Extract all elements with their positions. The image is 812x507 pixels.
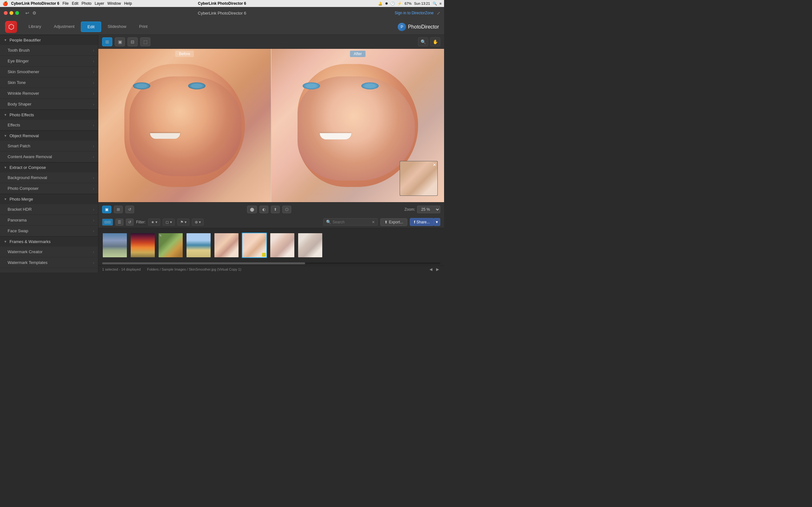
sidebar-item-effects[interactable]: Effects › — [0, 120, 98, 130]
section-frames-watermarks[interactable]: ▼ Frames & Watermarks — [0, 236, 98, 246]
filter-extra-button[interactable]: ⊕ ▾ — [192, 219, 204, 226]
sidebar-item-watermark-creator[interactable]: Watermark Creator › — [0, 246, 98, 257]
export-button[interactable]: ⬆ Export... — [380, 218, 407, 226]
main-layout: ▼ People Beautifier Tooth Brush › Eye Bl… — [0, 35, 444, 273]
filter-color-button[interactable]: ◻ ▾ — [163, 219, 174, 226]
film-thumb-4[interactable] — [186, 233, 211, 258]
film-thumb-8[interactable] — [298, 233, 323, 258]
chevron-right-icon: › — [93, 155, 94, 159]
section-object-removal[interactable]: ▼ Object Removal — [0, 130, 98, 141]
sidebar-item-wrinkle-remover[interactable]: Wrinkle Remover › — [0, 88, 98, 99]
menu-photo[interactable]: Photo — [82, 1, 91, 6]
filmstrip-list-view[interactable]: ☰ — [115, 219, 123, 226]
film-thumb-2[interactable] — [130, 233, 155, 258]
nav-prev-button[interactable]: ◀ — [428, 267, 434, 272]
film-thumb-9[interactable] — [325, 233, 351, 258]
maximize-window-button[interactable] — [15, 11, 19, 15]
battery-icon: 67% — [404, 2, 411, 5]
sidebar-item-photo-composer[interactable]: Photo Composer › — [0, 183, 98, 194]
tab-library[interactable]: Library — [22, 21, 48, 32]
sidebar-item-watermark-templates[interactable]: Watermark Templates › — [0, 257, 98, 268]
sidebar-item-panorama[interactable]: Panorama › — [0, 215, 98, 226]
chevron-right-icon: › — [93, 123, 94, 127]
menu-edit[interactable]: Edit — [72, 1, 78, 6]
spotlight-icon[interactable]: 🔍 — [433, 2, 437, 6]
filmstrip-scrollbar-thumb[interactable] — [102, 262, 305, 264]
close-window-button[interactable] — [4, 11, 8, 15]
facebook-icon: f — [414, 220, 415, 224]
share-dropdown-button[interactable]: ▾ — [434, 218, 440, 226]
selection-status: 1 selected - 14 displayed — [102, 268, 141, 271]
view-grid-button[interactable]: ⊟ — [128, 38, 138, 46]
search-clear-button[interactable]: ✕ — [372, 220, 375, 224]
notification-icon[interactable]: 🔔 — [378, 2, 383, 6]
menu-help[interactable]: Help — [124, 1, 132, 6]
sign-in-link[interactable]: Sign in to DirectorZone — [395, 11, 434, 15]
search-zoom-button[interactable]: 🔍 — [418, 38, 428, 46]
chevron-right-icon: › — [93, 250, 94, 254]
minimize-window-button[interactable] — [9, 11, 13, 15]
tab-edit[interactable]: Edit — [81, 21, 101, 32]
view-toolbar: ⊞ ▣ ⊟ ⬚ 🔍 ✋ — [98, 35, 444, 49]
tab-slideshow[interactable]: Slideshow — [101, 21, 133, 32]
section-extract-compose[interactable]: ▼ Extract or Compose — [0, 162, 98, 172]
rotate-button[interactable]: ↺ — [125, 206, 134, 213]
sidebar-item-background-removal[interactable]: Background Removal › — [0, 172, 98, 183]
expand-icon[interactable]: ⤢ — [437, 11, 440, 15]
view-compare-button[interactable]: ⬚ — [140, 38, 150, 46]
view-detail-button[interactable]: ⊞ — [102, 38, 112, 46]
film-thumb-7[interactable] — [270, 233, 295, 258]
sidebar-item-bracket-hdr[interactable]: Bracket HDR › — [0, 204, 98, 215]
sidebar-item-smart-patch[interactable]: Smart Patch › — [0, 141, 98, 152]
filmstrip-grid-view[interactable]: ⊟⊟ — [102, 219, 113, 226]
single-view-button[interactable]: ▣ — [102, 206, 111, 213]
levels-button[interactable]: ⬆ — [271, 206, 280, 213]
flip-button[interactable]: ⬡ — [282, 206, 291, 213]
filter-flag-button[interactable]: ⚑ ▾ — [177, 219, 189, 226]
settings-button[interactable]: ⚙ — [32, 10, 37, 15]
exposure-button[interactable]: ⬤ — [247, 206, 257, 213]
filter-star-button[interactable]: ★ ▾ — [148, 219, 160, 226]
chevron-right-icon: › — [93, 59, 94, 63]
filmstrip-scrollbar[interactable] — [102, 262, 440, 264]
split-view-button[interactable]: ⊞ — [114, 206, 123, 213]
zoom-select[interactable]: 25 % 50 % 100 % Fit — [417, 206, 440, 213]
film-thumb-1[interactable] — [102, 233, 128, 258]
sidebar-item-tooth-brush[interactable]: Tooth Brush › — [0, 45, 98, 56]
app-menu-name[interactable]: CyberLink PhotoDirector 6 — [11, 1, 59, 6]
share-button[interactable]: f Share... — [410, 218, 434, 226]
sidebar-item-skin-tone[interactable]: Skin Tone › — [0, 77, 98, 88]
menu-window[interactable]: Window — [107, 1, 121, 6]
sidebar-item-body-shaper[interactable]: Body Shaper › — [0, 99, 98, 110]
film-thumb-6[interactable]: ✎ — [242, 233, 267, 258]
hand-tool-button[interactable]: ✋ — [430, 38, 440, 46]
search-input[interactable] — [333, 220, 370, 224]
menu-file[interactable]: File — [62, 1, 68, 6]
window-controls[interactable] — [4, 11, 19, 15]
apple-menu[interactable]: 🍎 — [3, 1, 8, 6]
sidebar-item-content-aware[interactable]: Content Aware Removal › — [0, 152, 98, 162]
section-photo-merge[interactable]: ▼ Photo Merge — [0, 194, 98, 204]
tab-adjustment[interactable]: Adjustment — [48, 21, 81, 32]
filter-label: Filter: — [136, 220, 146, 224]
menu-layer[interactable]: Layer — [95, 1, 104, 6]
sidebar-item-eye-blinger[interactable]: Eye Blinger › — [0, 56, 98, 66]
section-arrow: ▼ — [4, 134, 7, 137]
film-thumb-3[interactable]: ✎ — [158, 233, 183, 258]
nav-next-button[interactable]: ▶ — [435, 267, 440, 272]
app-toolbar: ⬡ Library Adjustment Edit Slideshow Prin… — [0, 19, 444, 35]
sidebar-item-skin-smoothener[interactable]: Skin Smoothener › — [0, 66, 98, 77]
sidebar-item-face-swap[interactable]: Face Swap › — [0, 226, 98, 236]
section-photo-effects[interactable]: ▼ Photo Effects — [0, 110, 98, 120]
tab-print[interactable]: Print — [133, 21, 154, 32]
section-arrow: ▼ — [4, 113, 7, 117]
filmstrip-action-button[interactable]: ↺ — [126, 219, 134, 226]
undo-button[interactable]: ↩ — [26, 10, 29, 15]
film-thumb-5[interactable] — [214, 233, 239, 258]
film-thumb-image — [326, 233, 350, 257]
view-single-button[interactable]: ▣ — [115, 38, 125, 46]
thumbnail-close-button[interactable]: ✕ — [433, 162, 437, 167]
section-people-beautifier[interactable]: ▼ People Beautifier — [0, 35, 98, 45]
notification-center-icon[interactable]: ≡ — [440, 2, 442, 5]
split-tone-button[interactable]: ◐ — [259, 206, 268, 213]
